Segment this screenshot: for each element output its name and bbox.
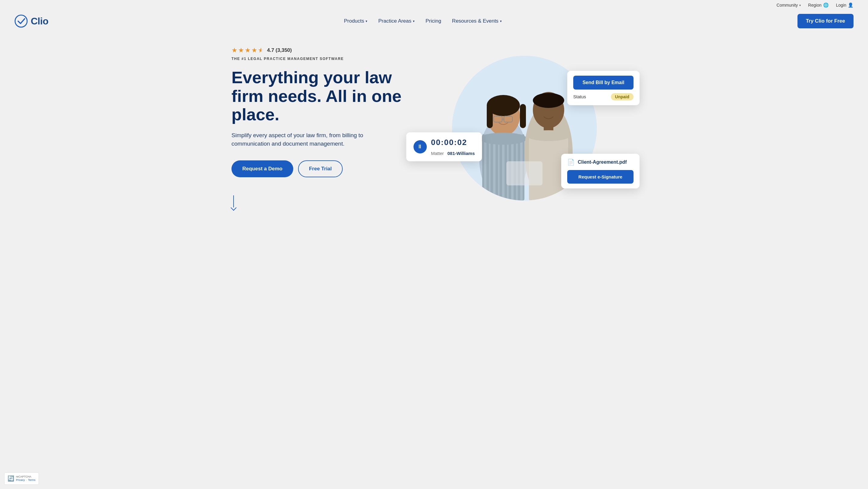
top-bar: Community ▾ Region 🌐 Login 👤: [0, 0, 868, 10]
hero-headline: Everything your law firm needs. All in o…: [231, 68, 412, 124]
svg-point-0: [15, 15, 27, 27]
status-label: Status: [573, 94, 586, 99]
pause-button[interactable]: ⏸: [413, 140, 427, 153]
hero-tagline: THE #1 LEGAL PRACTICE MANAGEMENT SOFTWAR…: [231, 57, 412, 61]
logo-text: Clio: [31, 16, 48, 27]
star-half: ★ ★: [258, 47, 265, 54]
privacy-link[interactable]: Privacy: [16, 479, 25, 482]
resources-chevron: ▾: [500, 19, 502, 23]
rating-row: ★ ★ ★ ★ ★ ★ 4.7 (3,350): [231, 47, 412, 54]
svg-rect-15: [487, 104, 493, 128]
hero-visual: ⏸ 00:00:02 Matter 081-Williams Send Bill…: [412, 53, 637, 204]
matter-label: Matter: [431, 151, 444, 156]
pause-icon: ⏸: [417, 144, 423, 150]
free-trial-button[interactable]: Free Trial: [298, 160, 343, 177]
nav-resources[interactable]: Resources & Events ▾: [448, 16, 506, 27]
recaptcha-text: reCAPTCHA Privacy · Terms: [16, 475, 36, 482]
rating-value: 4.7 (3,350): [267, 47, 292, 53]
timer-time: 00:00:02: [431, 138, 475, 147]
send-bill-button[interactable]: Send Bill by Email: [573, 76, 633, 90]
hero-section: ★ ★ ★ ★ ★ ★ 4.7 (3,350) THE #1 LEGAL PRA…: [217, 34, 651, 228]
svg-point-21: [480, 133, 527, 145]
login-link[interactable]: Login 👤: [836, 2, 854, 8]
timer-card: ⏸ 00:00:02 Matter 081-Williams: [406, 132, 482, 161]
bill-card: Send Bill by Email Status Unpaid: [567, 71, 640, 105]
region-label: Region: [808, 3, 821, 7]
nav-products[interactable]: Products ▾: [340, 16, 372, 27]
star-2: ★: [238, 47, 244, 54]
star-4: ★: [251, 47, 257, 54]
region-link[interactable]: Region 🌐: [808, 2, 829, 8]
logo-icon: [14, 14, 28, 28]
recaptcha-icon: 🔄: [7, 475, 14, 482]
esig-button[interactable]: Request e-Signature: [567, 170, 633, 184]
nav-cta-button[interactable]: Try Clio for Free: [798, 14, 854, 28]
doc-row: 📄 Client-Agreement.pdf: [567, 159, 633, 166]
navbar: Clio Products ▾ Practice Areas ▾ Pricing…: [0, 10, 868, 34]
doc-card: 📄 Client-Agreement.pdf Request e-Signatu…: [561, 154, 640, 188]
hero-buttons: Request a Demo Free Trial: [231, 160, 412, 177]
logo[interactable]: Clio: [14, 14, 48, 28]
status-badge: Unpaid: [611, 93, 633, 100]
matter-value: 081-Williams: [447, 151, 475, 156]
community-label: Community: [777, 3, 798, 7]
community-chevron: ▾: [799, 4, 801, 7]
stars: ★ ★ ★ ★ ★ ★: [231, 47, 265, 54]
scroll-head: [230, 205, 237, 211]
login-label: Login: [836, 3, 846, 7]
recaptcha-badge: 🔄 reCAPTCHA Privacy · Terms: [4, 472, 39, 485]
user-icon: 👤: [848, 2, 854, 8]
nav-pricing[interactable]: Pricing: [421, 16, 445, 27]
hero-subtext: Simplify every aspect of your law firm, …: [231, 131, 376, 148]
request-demo-button[interactable]: Request a Demo: [231, 160, 293, 177]
star-3: ★: [245, 47, 251, 54]
svg-point-25: [533, 93, 564, 108]
scroll-arrow[interactable]: [231, 195, 412, 210]
hero-content: ★ ★ ★ ★ ★ ★ 4.7 (3,350) THE #1 LEGAL PRA…: [231, 47, 412, 210]
matter-row: Matter 081-Williams: [431, 151, 475, 156]
globe-icon: 🌐: [823, 2, 829, 8]
community-link[interactable]: Community ▾: [777, 3, 801, 7]
terms-link[interactable]: Terms: [28, 479, 36, 482]
nav-practice-areas[interactable]: Practice Areas ▾: [374, 16, 419, 27]
practice-chevron: ▾: [413, 19, 415, 23]
doc-filename: Client-Agreement.pdf: [578, 159, 627, 165]
status-row: Status Unpaid: [573, 93, 633, 100]
svg-point-27: [527, 130, 570, 141]
svg-rect-16: [520, 104, 526, 128]
products-chevron: ▾: [366, 19, 367, 23]
timer-display: 00:00:02 Matter 081-Williams: [431, 138, 475, 156]
star-1: ★: [231, 47, 238, 54]
pdf-icon: 📄: [567, 159, 575, 166]
svg-rect-28: [506, 161, 542, 185]
nav-links: Products ▾ Practice Areas ▾ Pricing Reso…: [340, 16, 506, 27]
